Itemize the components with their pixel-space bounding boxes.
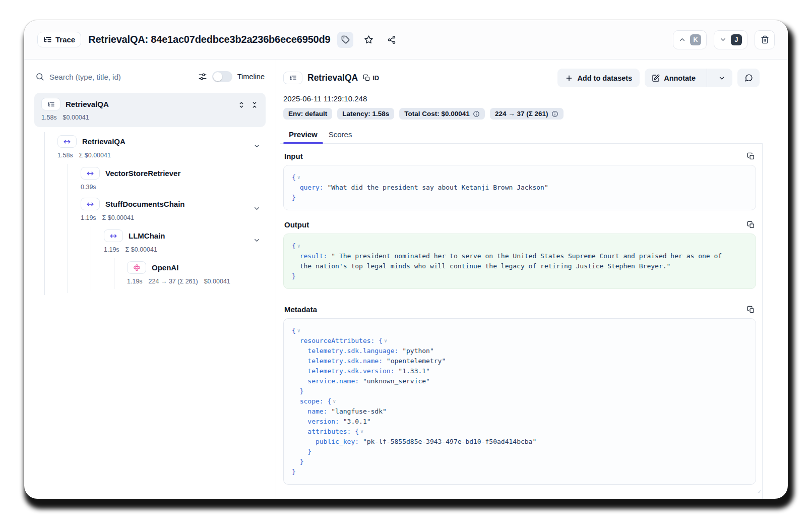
collapse-node-button[interactable] xyxy=(253,142,261,152)
node-name: VectorStoreRetriever xyxy=(105,169,180,178)
tree-root-name: RetrievalQA xyxy=(66,100,109,108)
node-latency: 0.39s xyxy=(81,184,96,191)
timeline-toggle[interactable] xyxy=(212,71,232,82)
trace-timestamp: 2025-06-11 11:29:10.248 xyxy=(280,87,763,103)
node-token-usage: 224 → 37 (Σ 261) xyxy=(149,278,198,285)
node-latency: 1.58s xyxy=(57,152,73,159)
add-to-datasets-label: Add to datasets xyxy=(577,74,632,82)
tag-icon xyxy=(341,35,350,44)
app-window: Trace RetrievalQA: 84e1ac07dedbce3b2a236… xyxy=(24,20,788,499)
add-to-datasets-button[interactable]: Add to datasets xyxy=(557,69,640,87)
share-button[interactable] xyxy=(384,32,400,48)
env-badge: Env: default xyxy=(283,108,332,120)
button-divider xyxy=(707,69,707,87)
bookmark-button[interactable] xyxy=(360,32,377,48)
resize-grip-icon xyxy=(754,487,761,494)
node-cost: Σ $0.00041 xyxy=(102,214,134,221)
trace-header: Trace RetrievalQA: 84e1ac07dedbce3b2a236… xyxy=(24,20,788,60)
tree-level-3: LLMChain 1.19s Σ $0.00041 xyxy=(91,226,266,291)
tab-preview[interactable]: Preview xyxy=(283,127,323,143)
chevron-down-icon xyxy=(253,237,261,244)
expand-all-icon[interactable] xyxy=(237,101,245,109)
node-cost: Σ $0.00041 xyxy=(126,246,157,253)
latency-badge: Latency: 1.58s xyxy=(337,108,394,120)
span-badge xyxy=(81,198,100,210)
tag-button[interactable] xyxy=(337,32,353,48)
generation-clover-icon xyxy=(133,264,141,271)
id-label: ID xyxy=(372,74,379,82)
metadata-section-title: Metadata xyxy=(284,305,317,314)
span-arrows-icon xyxy=(109,232,117,240)
input-section-title: Input xyxy=(284,152,303,160)
chevron-down-icon xyxy=(718,75,725,82)
tree-node-llmchain[interactable]: LLMChain 1.19s Σ $0.00041 xyxy=(104,226,266,291)
share-icon xyxy=(387,35,396,44)
generation-badge xyxy=(127,261,146,274)
search-input[interactable] xyxy=(49,73,193,81)
comments-button[interactable] xyxy=(737,69,760,87)
collapse-node-button[interactable] xyxy=(253,237,261,246)
copy-icon xyxy=(747,152,755,160)
tree-level-1: RetrievalQA 1.58s Σ $0.00041 xyxy=(44,132,266,295)
info-icon xyxy=(551,110,558,118)
trace-badges-row: Env: default Latency: 1.58s Total Cost: … xyxy=(280,103,763,120)
tree-node-openai[interactable]: OpenAI 1.19s 224 → 37 (Σ 261) $0.00041 xyxy=(127,258,266,289)
copy-icon xyxy=(747,221,755,229)
observation-header: RetrievalQA ID Add to datasets Annotate xyxy=(280,67,763,87)
node-latency: 1.19s xyxy=(127,278,143,285)
annotate-split-button: Annotate xyxy=(645,69,732,87)
trace-badge-label: Trace xyxy=(55,35,75,44)
node-cost: Σ $0.00041 xyxy=(79,152,111,159)
copy-output-button[interactable] xyxy=(747,221,755,229)
total-cost-badge[interactable]: Total Cost: $0.00041 xyxy=(399,108,485,120)
preview-content[interactable]: Input {∨ query: "What did the president … xyxy=(280,144,763,499)
preview-tabs: Preview Scores xyxy=(280,127,763,144)
edit-icon xyxy=(652,74,660,82)
tree-node-stuffdocumentschain[interactable]: StuffDocumentsChain 1.19s Σ $0.00041 xyxy=(81,195,266,293)
copy-icon xyxy=(363,74,370,82)
output-json-viewer[interactable]: {∨ result: " The president nominated her… xyxy=(283,234,756,289)
trace-tree-sidebar: Timeline RetrievalQA 1.58s $0.00041 xyxy=(24,60,276,499)
nav-next-button[interactable]: J xyxy=(714,30,747,49)
copy-input-button[interactable] xyxy=(747,152,755,160)
shortcut-key-j: J xyxy=(731,34,742,45)
tree-node-vectorstoreretriever[interactable]: VectorStoreRetriever 0.39s xyxy=(81,164,266,195)
annotate-menu-button[interactable] xyxy=(711,69,732,87)
list-tree-icon xyxy=(289,74,297,82)
tab-scores[interactable]: Scores xyxy=(323,127,358,143)
token-usage-badge[interactable]: 224 → 37 (Σ 261) xyxy=(490,108,564,120)
search-icon xyxy=(35,72,44,81)
star-icon xyxy=(364,35,373,44)
chevron-up-icon xyxy=(678,36,686,43)
metadata-json-viewer[interactable]: {∨ resourceAttributes: {∨ telemetry.sdk.… xyxy=(283,318,756,485)
collapse-node-button[interactable] xyxy=(253,205,261,214)
annotate-label: Annotate xyxy=(664,74,696,82)
node-latency: 1.19s xyxy=(104,246,119,253)
trace-detail-panel: RetrievalQA ID Add to datasets Annotate xyxy=(276,60,788,499)
node-name: RetrievalQA xyxy=(82,137,126,146)
node-name: LLMChain xyxy=(129,231,165,240)
resize-handle[interactable] xyxy=(754,487,761,496)
copy-id-button[interactable]: ID xyxy=(363,74,379,82)
copy-metadata-button[interactable] xyxy=(747,306,755,314)
input-json-viewer[interactable]: {∨ query: "What did the president say ab… xyxy=(283,165,756,210)
delete-trace-button[interactable] xyxy=(755,30,775,49)
node-name: StuffDocumentsChain xyxy=(105,200,185,208)
metadata-section: Metadata {∨ resourceAttributes: {∨ telem… xyxy=(283,304,756,485)
chevron-down-icon xyxy=(719,36,727,43)
collapse-all-icon[interactable] xyxy=(251,101,259,109)
trace-type-badge: Trace xyxy=(37,32,81,47)
node-latency: 1.19s xyxy=(81,214,96,221)
tree-level-4: OpenAI 1.19s 224 → 37 (Σ 261) $0.00041 xyxy=(114,258,266,289)
view-settings-icon[interactable] xyxy=(198,72,207,81)
root-latency: 1.58s xyxy=(41,114,57,121)
tree-node-retrievalqa[interactable]: RetrievalQA 1.58s Σ $0.00041 xyxy=(57,132,266,295)
info-icon xyxy=(473,110,480,118)
timeline-label: Timeline xyxy=(237,73,265,81)
span-badge xyxy=(104,229,123,242)
annotate-button[interactable]: Annotate xyxy=(645,69,703,87)
nav-previous-button[interactable]: K xyxy=(673,30,707,49)
tree-root-row[interactable]: RetrievalQA 1.58s $0.00041 xyxy=(34,93,266,127)
trash-icon xyxy=(761,35,769,44)
comment-icon xyxy=(744,74,753,82)
